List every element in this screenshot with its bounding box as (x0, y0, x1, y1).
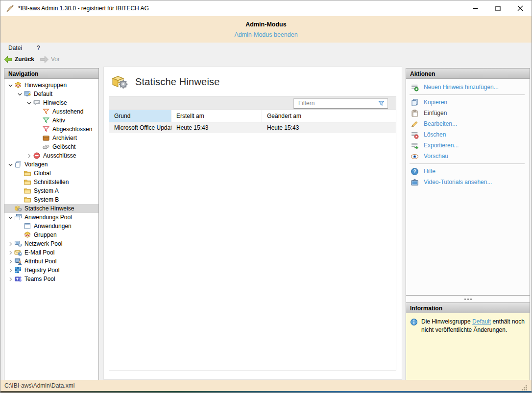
chevron-right-icon[interactable] (25, 152, 33, 160)
action-vorschau[interactable]: Vorschau (406, 151, 530, 162)
nav-item-teams-pool[interactable]: Teams Pool (4, 275, 98, 283)
table-row[interactable]: Microsoft Office UpdateHeute 15:43Heute … (109, 122, 396, 133)
information-panel: Information Die Hinweisgruppe Default en… (406, 302, 530, 380)
tree-spacer (16, 196, 24, 204)
chevron-down-icon[interactable] (25, 99, 33, 107)
content-panel: Statische Hinweise GrundErstellt amGeänd… (103, 67, 402, 380)
nav-item-label: Netzwerk Pool (24, 240, 62, 247)
action-exportieren[interactable]: Exportieren... (406, 140, 530, 151)
tree-spacer (34, 116, 42, 124)
nav-item-schnittstellen[interactable]: Schnittstellen (4, 178, 98, 186)
nav-item-hinweise[interactable]: Hinweise (4, 98, 98, 107)
nav-item-label: Schnittstellen (34, 179, 69, 185)
forward-label: Vor (51, 56, 60, 63)
action-kopieren[interactable]: Kopieren (406, 97, 530, 108)
nav-item-registry-pool[interactable]: Registry Pool (4, 266, 98, 275)
toolbar: Zurück Vor (0, 53, 532, 65)
maximize-button[interactable] (486, 0, 509, 16)
action-einf-gen: Einfügen (406, 108, 530, 118)
action-neuen-hinweis-hinzuf-gen[interactable]: Neuen Hinweis hinzufügen... (406, 82, 530, 92)
nav-item-label: Ausstehend (52, 108, 83, 115)
nav-item-system-a[interactable]: System A (4, 186, 98, 195)
monitor-warning-icon (24, 90, 31, 98)
chevron-down-icon[interactable] (16, 90, 24, 98)
action-l-schen[interactable]: Löschen (406, 129, 530, 140)
action-bearbeiten[interactable]: Bearbeiten... (406, 118, 530, 129)
nav-item-e-mail-pool[interactable]: E-Mail Pool (4, 248, 98, 257)
nav-item-statische-hinweise[interactable]: Statische Hinweise (4, 204, 98, 213)
nav-item-gruppen[interactable]: Gruppen (4, 231, 98, 239)
window-controls (464, 0, 532, 16)
nav-item-label: Gruppen (34, 231, 57, 238)
chevron-right-icon[interactable] (6, 257, 14, 265)
action-video-tutorials-ansehen[interactable]: Video-Tutorials ansehen... (406, 177, 530, 187)
menu-datei[interactable]: Datei (7, 44, 23, 52)
chevron-right-icon[interactable] (6, 240, 14, 248)
nav-item-archiviert[interactable]: Archiviert (4, 134, 98, 142)
eye-icon (411, 152, 419, 161)
close-button[interactable] (509, 0, 532, 16)
action-label: Löschen (424, 131, 446, 138)
nav-item-global[interactable]: Global (4, 169, 98, 178)
column-header-grund[interactable]: Grund (109, 110, 171, 122)
funnel-red-icon (42, 125, 50, 133)
note-export-icon (411, 141, 419, 150)
tree-spacer (34, 125, 42, 133)
nav-item-default[interactable]: Default (4, 90, 98, 98)
nav-item-attribut-pool[interactable]: Attribut Pool (4, 257, 98, 266)
email-icon (14, 249, 22, 256)
nav-item-hinweisgruppen[interactable]: Hinweisgruppen (4, 81, 98, 90)
chevron-right-icon[interactable] (6, 275, 14, 283)
table-body: Microsoft Office UpdateHeute 15:43Heute … (109, 122, 396, 133)
forward-arrow-icon (40, 56, 48, 63)
folder-yellow-icon (24, 187, 31, 195)
copy-blue-icon (411, 98, 419, 107)
help-blue-icon: ? (411, 167, 419, 176)
nav-item-netzwerk-pool[interactable]: Netzwerk Pool (4, 239, 98, 248)
exclusion-red-icon (33, 152, 41, 160)
column-header-ge-ndert-am[interactable]: Geändert am (262, 110, 396, 122)
chevron-right-icon[interactable] (6, 249, 14, 256)
table-cell: Heute 15:43 (171, 124, 262, 131)
menu-help[interactable]: ? (36, 44, 41, 52)
chevron-down-icon[interactable] (6, 213, 14, 221)
nav-item-vorlagen[interactable]: Vorlagen (4, 160, 98, 169)
forward-button[interactable]: Vor (40, 56, 60, 63)
nav-item-label: System B (34, 196, 59, 203)
minimize-button[interactable] (464, 0, 486, 16)
information-text: Die Hinweisgruppe Default enthält noch n… (421, 318, 526, 380)
filter-funnel-icon[interactable] (378, 100, 385, 107)
nav-item-abgeschlossen[interactable]: Abgeschlossen (4, 125, 98, 134)
back-label: Zurück (15, 56, 34, 63)
panel-splitter[interactable] (406, 296, 530, 302)
column-header-erstellt-am[interactable]: Erstellt am (171, 110, 262, 122)
nav-item-anwendungen[interactable]: Anwendungen (4, 222, 98, 231)
nav-item-aktiv[interactable]: Aktiv (4, 116, 98, 125)
note-delete-icon (411, 131, 419, 139)
table-cell: Heute 15:43 (262, 124, 396, 131)
filter-input[interactable] (295, 100, 378, 107)
nav-item-anwendungs-pool[interactable]: Anwendungs Pool (4, 213, 98, 222)
nav-item-label: Archiviert (52, 135, 77, 141)
nav-item-ausschl-sse[interactable]: Ausschlüsse (4, 151, 98, 160)
pages-blue-icon (14, 161, 22, 168)
info-default-link[interactable]: Default (472, 318, 491, 325)
nav-item-system-b[interactable]: System B (4, 195, 98, 204)
page-title: Statische Hinweise (135, 76, 220, 88)
nav-item-gel-scht[interactable]: Gelöscht (4, 142, 98, 151)
nav-item-label: Default (34, 91, 52, 97)
monitor-network-icon (14, 240, 22, 248)
comment-gray-icon (33, 99, 41, 107)
nav-item-label: Hinweise (43, 99, 67, 106)
resize-grip[interactable] (521, 384, 528, 391)
back-button[interactable]: Zurück (4, 56, 34, 63)
page-title-row: Statische Hinweise (111, 73, 220, 90)
layers-yellow-icon (14, 81, 22, 89)
chevron-down-icon[interactable] (6, 81, 14, 89)
chevron-right-icon[interactable] (6, 266, 14, 274)
chevron-down-icon[interactable] (6, 161, 14, 168)
action-hilfe[interactable]: ?Hilfe (406, 166, 530, 177)
admin-mode-exit-link[interactable]: Admin-Modus beenden (0, 31, 532, 38)
nav-item-label: System A (34, 187, 59, 194)
nav-item-ausstehend[interactable]: Ausstehend (4, 107, 98, 116)
